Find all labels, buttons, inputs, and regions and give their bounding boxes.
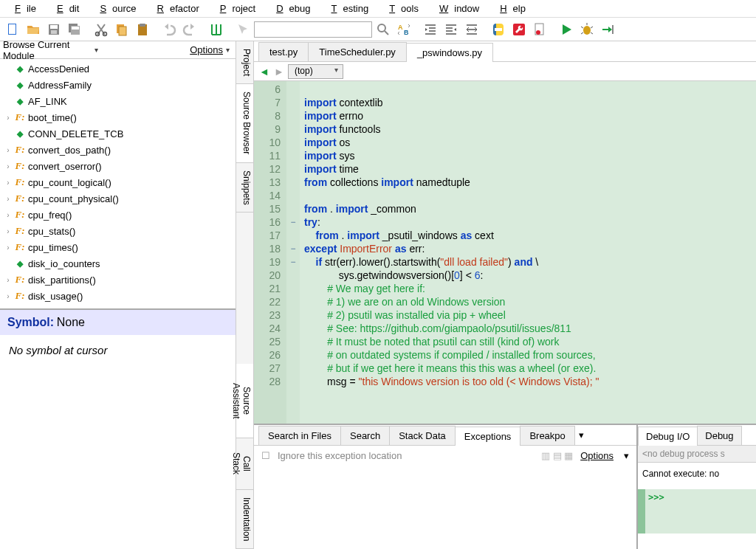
menu-window[interactable]: Window bbox=[427, 1, 485, 15]
browser-title[interactable]: Browse Current Module bbox=[3, 41, 92, 61]
breakpoint-file-button[interactable] bbox=[530, 20, 549, 39]
tree-label: disk_partitions() bbox=[27, 274, 96, 286]
tree-item[interactable]: ◆disk_io_counters bbox=[0, 255, 236, 272]
indent-guide-button[interactable] bbox=[207, 20, 226, 39]
cut-button[interactable] bbox=[92, 20, 111, 39]
indent-left-button[interactable] bbox=[441, 20, 461, 39]
side-tab-strip-lower: Source AssistantCall StackIndentation bbox=[236, 364, 254, 549]
class-icon: ◆ bbox=[13, 64, 27, 74]
wrench-button[interactable] bbox=[509, 20, 529, 39]
menubar: FileEditSourceRefactorProjectDebugTestin… bbox=[0, 0, 756, 18]
tree-item[interactable]: ›F:disk_partitions() bbox=[0, 272, 236, 288]
expand-icon[interactable]: › bbox=[3, 292, 13, 300]
fold-strip[interactable]: −−− bbox=[286, 81, 300, 424]
function-icon: F: bbox=[13, 290, 27, 302]
repl-margin bbox=[638, 489, 645, 534]
open-file-button[interactable] bbox=[24, 20, 43, 39]
copy-button[interactable] bbox=[112, 20, 131, 39]
scope-dropdown[interactable]: (top) bbox=[288, 64, 343, 79]
expand-icon[interactable]: › bbox=[3, 227, 13, 235]
browser-title-dropdown-icon[interactable]: ▾ bbox=[92, 46, 101, 54]
redo-button[interactable] bbox=[180, 20, 199, 39]
search-input[interactable] bbox=[254, 21, 372, 38]
step-button[interactable] bbox=[598, 20, 617, 39]
bottom-options[interactable]: Options bbox=[580, 450, 616, 461]
bottom-tab[interactable]: Stack Data bbox=[389, 426, 456, 445]
bottom-tab[interactable]: Search in Files bbox=[258, 426, 341, 445]
tree-item[interactable]: ›F:boot_time() bbox=[0, 109, 236, 125]
menu-edit[interactable]: Edit bbox=[45, 1, 85, 15]
expand-icon[interactable]: › bbox=[3, 146, 13, 154]
new-file-button[interactable] bbox=[3, 20, 22, 39]
tree-item[interactable]: ◆AccessDenied bbox=[0, 61, 236, 77]
bottom-tab-overflow-icon[interactable]: ▾ bbox=[574, 429, 588, 441]
editor-tab[interactable]: TimeScheduler.py bbox=[308, 42, 407, 61]
debug-repl[interactable]: >>> bbox=[638, 489, 756, 534]
indent-right-button[interactable] bbox=[421, 20, 440, 39]
expand-icon[interactable]: › bbox=[3, 162, 13, 170]
expand-icon[interactable]: › bbox=[3, 211, 13, 219]
undo-button[interactable] bbox=[159, 20, 179, 39]
debug-tab[interactable]: Debug I/O bbox=[638, 427, 698, 446]
bottom-tab[interactable]: Search bbox=[340, 426, 390, 445]
bottom-tab[interactable]: Breakpo bbox=[520, 426, 574, 445]
tree-item[interactable]: ◆AddressFamily bbox=[0, 77, 236, 93]
sidetab-call-stack[interactable]: Call Stack bbox=[236, 438, 253, 489]
bottom-tab[interactable]: Exceptions bbox=[455, 427, 521, 446]
search-button[interactable] bbox=[374, 20, 393, 39]
menu-file[interactable]: File bbox=[3, 1, 42, 15]
panel-layout-icons[interactable]: ▥ ▤ ▦ bbox=[541, 450, 573, 461]
sidetab-snippets[interactable]: Snippets bbox=[236, 163, 253, 213]
editor-tab[interactable]: test.py bbox=[258, 42, 309, 61]
browser-options-dropdown-icon[interactable]: ▾ bbox=[223, 46, 233, 54]
run-button[interactable] bbox=[557, 20, 576, 39]
sidetab-project[interactable]: Project bbox=[236, 41, 253, 84]
tree-item[interactable]: ◆CONN_DELETE_TCB bbox=[0, 125, 236, 142]
cursor-button[interactable] bbox=[233, 20, 252, 39]
tree-item[interactable]: ›F:disk_usage() bbox=[0, 288, 236, 304]
sidetab-source-assistant[interactable]: Source Assistant bbox=[236, 364, 253, 438]
nav-forward-icon[interactable]: ► bbox=[273, 66, 285, 77]
menu-source[interactable]: Source bbox=[88, 1, 142, 15]
ignore-exception-checkbox[interactable]: ☐ bbox=[261, 450, 270, 461]
symbol-message: No symbol at cursor bbox=[9, 344, 227, 356]
tree-item[interactable]: ›F:cpu_count_logical() bbox=[0, 174, 236, 190]
save-button[interactable] bbox=[44, 20, 63, 39]
menu-testing[interactable]: Testing bbox=[320, 1, 375, 15]
tree-item[interactable]: ›F:convert_dos_path() bbox=[0, 142, 236, 158]
menu-help[interactable]: Help bbox=[488, 1, 532, 15]
replace-button[interactable]: AB bbox=[394, 20, 413, 39]
expand-button[interactable] bbox=[462, 20, 481, 39]
tree-item[interactable]: ›F:cpu_freq() bbox=[0, 207, 236, 223]
debug-process-status: <no debug process s bbox=[638, 446, 756, 463]
debug-button[interactable] bbox=[577, 20, 597, 39]
code-area[interactable]: import contextlibimport errnoimport func… bbox=[300, 81, 756, 424]
paste-button[interactable] bbox=[133, 20, 152, 39]
bottom-tab-bar: Search in FilesSearchStack DataException… bbox=[254, 425, 636, 446]
expand-icon[interactable]: › bbox=[3, 276, 13, 284]
expand-icon[interactable]: › bbox=[3, 114, 13, 122]
menu-tools[interactable]: Tools bbox=[377, 1, 425, 15]
menu-refactor[interactable]: Refactor bbox=[145, 1, 205, 15]
menu-debug[interactable]: Debug bbox=[264, 1, 316, 15]
expand-icon[interactable]: › bbox=[3, 244, 13, 252]
tree-item[interactable]: ◆AF_LINK bbox=[0, 93, 236, 109]
expand-icon[interactable]: › bbox=[3, 195, 13, 203]
nav-back-icon[interactable]: ◄ bbox=[258, 66, 270, 77]
browser-options[interactable]: Options bbox=[190, 44, 223, 55]
tree-item[interactable]: ›F:cpu_count_physical() bbox=[0, 190, 236, 207]
python-button[interactable] bbox=[489, 20, 508, 39]
code-editor[interactable]: 6789101112131415161718192021222324252627… bbox=[254, 81, 756, 424]
bottom-options-dropdown-icon[interactable]: ▾ bbox=[624, 450, 629, 461]
debug-tab[interactable]: Debug bbox=[697, 426, 741, 445]
editor-tab[interactable]: _pswindows.py bbox=[406, 43, 493, 62]
sidetab-indentation[interactable]: Indentation bbox=[236, 490, 253, 549]
symbol-tree[interactable]: ◆AccessDenied◆AddressFamily◆AF_LINK›F:bo… bbox=[0, 59, 236, 310]
tree-item[interactable]: ›F:cpu_times() bbox=[0, 239, 236, 255]
tree-item[interactable]: ›F:convert_oserror() bbox=[0, 158, 236, 174]
tree-item[interactable]: ›F:cpu_stats() bbox=[0, 223, 236, 239]
save-all-button[interactable] bbox=[65, 20, 84, 39]
menu-project[interactable]: Project bbox=[208, 1, 261, 15]
expand-icon[interactable]: › bbox=[3, 179, 13, 187]
sidetab-source-browser[interactable]: Source Browser bbox=[236, 84, 253, 162]
